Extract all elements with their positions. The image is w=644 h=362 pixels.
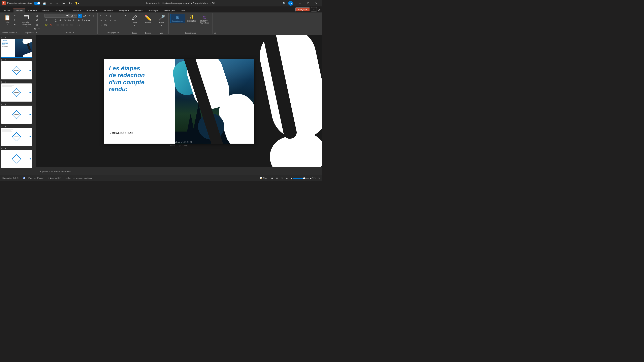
save-icon[interactable]: 💾 <box>42 1 47 5</box>
convert-btn[interactable]: ⟳▾ <box>104 23 108 27</box>
indent-dec-btn[interactable]: ⇤ <box>99 14 103 18</box>
zoom-percent[interactable]: 52% <box>312 177 316 179</box>
complements-button[interactable]: ⊞ Compléments <box>170 14 185 23</box>
normal-view-btn[interactable]: ⊟ <box>270 176 274 181</box>
slide-item-3[interactable]: 3★ sommaire <box>1 81 35 102</box>
search-icon[interactable]: 🔍 <box>282 1 286 6</box>
presenter-view-btn[interactable]: ▶ <box>284 176 289 181</box>
align-right2-btn[interactable]: ≡ <box>108 18 112 22</box>
justify2-btn[interactable]: ≡ <box>113 18 117 22</box>
zoom-in-button[interactable]: + <box>310 177 312 180</box>
fontcolor-btn[interactable]: A▾ <box>49 23 53 27</box>
present-icon[interactable]: ▶ <box>61 1 66 5</box>
tab-aide[interactable]: Aide <box>178 8 188 12</box>
slide-item-2[interactable]: 2★ sommaire <box>1 59 35 79</box>
fit-window-button[interactable]: ⊡ <box>318 177 320 179</box>
group-paragraphe-expand[interactable]: ⧉ <box>118 32 119 34</box>
shadow-btn[interactable]: S <box>63 18 67 22</box>
slide-item-1[interactable]: 1★ Les étapesde rédactiond'un compterend… <box>1 37 35 57</box>
redo-icon[interactable]: ↪ <box>55 1 60 5</box>
bold-btn[interactable]: G <box>44 18 48 22</box>
sort-btn[interactable]: ↕ <box>92 14 96 18</box>
zoom-diapo-btn[interactable]: ▾ <box>37 27 41 31</box>
autosave-toggle[interactable] <box>34 1 40 5</box>
slide-canvas[interactable]: Les étapes de rédaction d'un compte rend… <box>104 59 254 144</box>
dicter-button[interactable]: 🎤 Dicter ▾ <box>156 14 167 27</box>
coller-button[interactable]: 📋 Coller ▾ <box>2 14 12 26</box>
format-icon[interactable]: A▾ <box>68 1 73 5</box>
clear-format-btn[interactable]: A✕ <box>82 18 86 22</box>
text-dir-btn[interactable]: ↔▾ <box>122 14 126 18</box>
align-center2-btn[interactable]: ≡ <box>104 18 108 22</box>
smartart-btn[interactable]: ♦ <box>99 23 103 27</box>
bullets-btn[interactable]: ≡ <box>78 14 82 18</box>
justify-btn[interactable]: ⬛ <box>70 23 74 27</box>
concepteur-button[interactable]: ✨ Concepteur <box>185 14 198 23</box>
maximize-button[interactable]: □ <box>304 0 312 6</box>
enregistrer-button[interactable]: Enregistrer <box>295 7 310 12</box>
zoom-thumb[interactable] <box>303 177 305 179</box>
align-right-btn[interactable]: ⬛ <box>65 23 69 27</box>
tab-enregistrer[interactable]: Enregistrer <box>116 8 132 12</box>
effects-icon[interactable]: ✨▾ <box>74 1 79 5</box>
close-button[interactable]: ✕ <box>312 0 320 6</box>
tab-conception[interactable]: Conception <box>52 8 68 12</box>
indent-increase-btn[interactable]: ⇥ <box>87 14 91 18</box>
font-family-select[interactable] <box>44 14 69 18</box>
highlight-btn[interactable]: A▾ <box>44 23 48 27</box>
linespacing-btn[interactable]: ↕ <box>113 14 117 18</box>
slide-item-4[interactable]: 4★ sommaire <box>1 103 35 124</box>
accessibility-status[interactable]: ⚠ Accessibilité : consultez nos recomman… <box>48 177 92 179</box>
notes-area[interactable]: Appuyez pour ajouter des notes <box>36 167 322 175</box>
reproduire-button[interactable]: 🖌 <box>12 22 16 26</box>
spacing-btn[interactable]: AV▾ <box>68 18 72 22</box>
text-direction-btn[interactable]: ⟺ <box>76 23 80 27</box>
tab-insertion[interactable]: Insertion <box>26 8 39 12</box>
dessin-button[interactable]: 🖊 Dessin ▾ <box>130 14 140 27</box>
align-center-btn[interactable]: ⬛ <box>60 23 64 27</box>
minimize-button[interactable]: ─ <box>296 0 304 6</box>
undo-icon[interactable]: ↩ <box>48 1 54 5</box>
tab-animations[interactable]: Animations <box>84 8 100 12</box>
reinitialiser-button[interactable]: ↺ <box>33 18 41 22</box>
group-diapositives-expand[interactable]: ⧉ <box>36 32 37 34</box>
accessibility-icon[interactable]: ♿ <box>23 177 25 179</box>
notes-button[interactable]: 📝 Notes <box>260 177 268 179</box>
disposition-button[interactable]: ⊟ <box>33 14 41 18</box>
section-button[interactable]: ▤ <box>33 22 41 26</box>
tab-revision[interactable]: Révision <box>132 8 146 12</box>
font-size-select[interactable]: 28 <box>69 14 77 18</box>
fontsize-inc-btn[interactable]: A↑ <box>72 18 76 22</box>
zoom-slider[interactable] <box>293 178 309 179</box>
align-left-btn[interactable]: ⬛ <box>56 23 60 27</box>
sorter-view-btn[interactable]: ⊠ <box>280 176 284 181</box>
couper-button[interactable]: ✂ <box>12 14 16 18</box>
outline-view-btn[interactable]: ⊞ <box>275 176 279 181</box>
indent-inc2-btn[interactable]: ⇥ <box>104 14 108 18</box>
tab-fichier[interactable]: Fichier <box>2 8 13 12</box>
align-left2-btn[interactable]: ≡ <box>99 18 103 22</box>
copier-button[interactable]: ⧉ <box>12 18 16 22</box>
group-presse-papiers-expand[interactable]: ⧉ <box>16 32 17 34</box>
tab-affichage[interactable]: Affichage <box>146 8 160 12</box>
tab-developpeur[interactable]: Développeur <box>160 8 178 12</box>
zoom-out-button[interactable]: − <box>290 177 292 180</box>
layout-btn[interactable]: ⊞ <box>33 27 37 31</box>
list-btn[interactable]: ☰▾ <box>82 14 86 18</box>
tab-diaporama[interactable]: Diaporama <box>100 8 116 12</box>
edition-button[interactable]: ✏️ Édition ▾ <box>143 14 153 27</box>
chatgpt-button[interactable]: ◎ ChatGPTPowerPoint <box>198 14 211 25</box>
text-cols-btn[interactable]: ⫿▾ <box>118 14 122 18</box>
tab-dessin[interactable]: Dessin <box>40 8 51 12</box>
tab-transitions[interactable]: Transitions <box>68 8 84 12</box>
language-selector[interactable]: Français (France) <box>28 177 44 179</box>
columns-btn[interactable]: ⫿ <box>108 14 112 18</box>
nouvelle-diapositive-button[interactable]: 🗔 Nouvellediapositive ▾ <box>20 14 32 28</box>
tab-accueil[interactable]: Accueil <box>14 8 25 12</box>
ribbon-extra-btn[interactable]: ⋯ <box>311 7 317 12</box>
fontcase-btn[interactable]: Aa▾ <box>86 18 90 22</box>
slide-item-5[interactable]: 5★ sommaire <box>1 125 35 146</box>
slide-item-6[interactable]: 6★ sommaire <box>1 147 35 168</box>
underline-btn[interactable]: S <box>54 18 58 22</box>
ribbon-collapse-icon[interactable]: ∧ <box>318 8 320 11</box>
